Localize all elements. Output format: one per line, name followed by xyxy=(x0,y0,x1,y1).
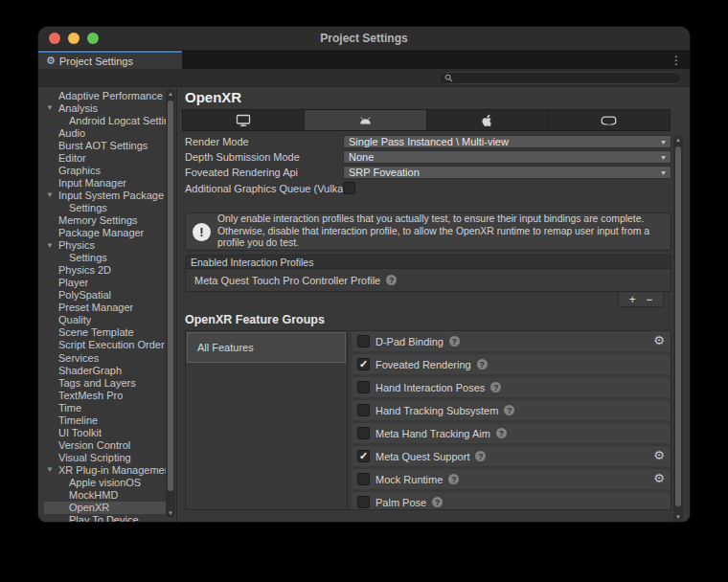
sidebar-item[interactable]: ▼ Editor xyxy=(44,151,166,164)
sidebar-item[interactable]: ▼ PolySpatial xyxy=(44,289,166,302)
sidebar-item[interactable]: ▼ Scene Template xyxy=(44,326,166,339)
setting-dropdown[interactable]: Single Pass Instanced \ Multi-view ▼ xyxy=(343,135,671,148)
sidebar-item[interactable]: ▼ Version Control xyxy=(44,438,166,451)
sidebar-item[interactable]: ▼ Services xyxy=(44,351,166,364)
sidebar-item[interactable]: ▼ OpenXR xyxy=(44,502,166,514)
feature-checkbox[interactable] xyxy=(357,427,370,439)
feature-settings-gear-icon[interactable]: ⚙ xyxy=(653,471,665,487)
sidebar-scrollbar-thumb[interactable] xyxy=(168,101,173,491)
sidebar-item[interactable]: ▼ Package Manager xyxy=(44,227,166,239)
close-button[interactable] xyxy=(49,33,60,44)
setting-checkbox[interactable] xyxy=(343,182,355,194)
profile-list-footer: + − xyxy=(185,293,671,308)
sidebar-item[interactable]: ▼ Player xyxy=(44,277,166,289)
content-area: ▼ Adaptive Performance ▼ Analysis ▼ Andr… xyxy=(38,87,690,522)
sidebar-item[interactable]: ▼ Input Manager xyxy=(44,176,166,189)
help-icon[interactable]: ? xyxy=(504,405,514,415)
help-icon[interactable]: ? xyxy=(475,451,486,461)
sidebar-item[interactable]: ▼ Analysis xyxy=(44,101,166,114)
help-icon[interactable]: ? xyxy=(477,359,488,369)
tab-android[interactable] xyxy=(305,110,425,130)
main-scrollbar-thumb[interactable] xyxy=(675,146,681,506)
disclosure-triangle-icon[interactable]: ▼ xyxy=(46,190,54,199)
sidebar-item-label: PolySpatial xyxy=(58,289,111,301)
sidebar-item[interactable]: ▼ MockHMD xyxy=(44,489,166,502)
search-field[interactable] xyxy=(439,72,682,84)
feature-checkbox[interactable] xyxy=(357,381,370,393)
sidebar-item[interactable]: ▼ Visual Scripting xyxy=(44,451,166,463)
tab-project-settings[interactable]: ⚙ Project Settings xyxy=(38,51,182,69)
scroll-up-icon[interactable]: ▲ xyxy=(166,90,175,98)
tab-desktop[interactable] xyxy=(183,110,304,130)
sidebar-item[interactable]: ▼ UI Toolkit xyxy=(44,426,166,438)
sidebar-item[interactable]: ▼ Tags and Layers xyxy=(44,376,166,389)
sidebar-item[interactable]: ▼ Play To Device xyxy=(44,514,166,522)
add-profile-button[interactable]: + xyxy=(629,294,636,305)
sidebar-item[interactable]: ▼ Settings xyxy=(44,252,166,264)
sidebar-scrollbar[interactable]: ▲ ▼ xyxy=(166,89,175,518)
sidebar-item[interactable]: ▼ XR Plug-in Management xyxy=(44,463,166,476)
sidebar-item[interactable]: ▼ Physics 2D xyxy=(44,264,166,277)
feature-checkbox[interactable] xyxy=(357,335,370,347)
sidebar-item[interactable]: ▼ Apple visionOS xyxy=(44,476,166,488)
sidebar-item[interactable]: ▼ Physics xyxy=(44,239,166,252)
setting-dropdown[interactable]: SRP Foveation ▼ xyxy=(343,166,671,179)
disclosure-triangle-icon[interactable]: ▼ xyxy=(46,241,54,250)
feature-checkbox[interactable] xyxy=(357,404,370,416)
sidebar-item-label: Memory Settings xyxy=(58,214,138,226)
feature-label: Meta Hand Tracking Aim xyxy=(375,428,490,439)
disclosure-triangle-icon[interactable]: ▼ xyxy=(46,103,54,112)
tab-label: Project Settings xyxy=(59,56,133,67)
sidebar-item[interactable]: ▼ Input System Package xyxy=(44,189,166,201)
render-settings: Render Mode Single Pass Instanced \ Mult… xyxy=(185,134,671,196)
setting-dropdown[interactable]: None ▼ xyxy=(343,150,671,164)
sidebar-item[interactable]: ▼ Time xyxy=(44,401,166,414)
tab-apple[interactable] xyxy=(427,110,548,130)
chevron-down-icon: ▼ xyxy=(660,154,667,161)
sidebar-item[interactable]: ▼ TextMesh Pro xyxy=(44,389,166,401)
search-input[interactable] xyxy=(457,73,676,83)
sidebar-item[interactable]: ▼ Burst AOT Settings xyxy=(44,139,166,151)
sidebar-item-label: Visual Scripting xyxy=(58,452,131,463)
help-icon[interactable]: ? xyxy=(432,497,443,507)
feature-checkbox[interactable] xyxy=(357,450,370,462)
sidebar-item[interactable]: ▼ Preset Manager xyxy=(44,302,166,314)
sidebar-item[interactable]: ▼ Quality xyxy=(44,314,166,326)
help-icon[interactable]: ? xyxy=(386,275,397,285)
sidebar-item[interactable]: ▼ Audio xyxy=(44,126,166,139)
sidebar-item[interactable]: ▼ Graphics xyxy=(44,164,166,176)
sidebar-item[interactable]: ▼ Android Logcat Settings xyxy=(44,114,166,126)
sidebar-item[interactable]: ▼ Timeline xyxy=(44,414,166,426)
zoom-button[interactable] xyxy=(87,33,99,44)
sidebar-item[interactable]: ▼ ShaderGraph xyxy=(44,364,166,376)
scroll-down-icon[interactable]: ▼ xyxy=(673,513,683,521)
help-icon[interactable]: ? xyxy=(496,428,507,438)
sidebar-item[interactable]: ▼ Settings xyxy=(44,201,166,213)
feature-checkbox[interactable] xyxy=(357,358,370,370)
sidebar-item[interactable]: ▼ Memory Settings xyxy=(44,213,166,226)
help-icon[interactable]: ? xyxy=(448,474,459,484)
sidebar-item[interactable]: ▼ Script Execution Order xyxy=(44,339,166,351)
main-scrollbar[interactable]: ▲ ▼ xyxy=(673,135,683,522)
interaction-profiles-header: Enabled Interaction Profiles xyxy=(186,256,671,269)
scroll-down-icon[interactable]: ▼ xyxy=(166,509,175,517)
help-icon[interactable]: ? xyxy=(490,382,501,392)
dropdown-value: None xyxy=(349,151,374,163)
kebab-menu-icon[interactable]: ⋮ xyxy=(671,51,682,69)
disclosure-triangle-icon[interactable]: ▼ xyxy=(46,465,54,474)
feature-group-item[interactable]: All Features xyxy=(187,332,346,363)
sidebar-item-label: Android Logcat Settings xyxy=(69,115,166,126)
feature-checkbox[interactable] xyxy=(357,473,370,485)
remove-profile-button[interactable]: − xyxy=(646,294,652,305)
minimize-button[interactable] xyxy=(68,33,80,44)
feature-settings-gear-icon[interactable]: ⚙ xyxy=(653,333,665,349)
tab-vr-headset[interactable] xyxy=(549,110,670,130)
help-icon[interactable]: ? xyxy=(449,336,460,347)
scroll-up-icon[interactable]: ▲ xyxy=(673,136,683,144)
sidebar-item-label: Timeline xyxy=(58,414,98,426)
sidebar-item[interactable]: ▼ Adaptive Performance xyxy=(44,89,166,101)
feature-settings-gear-icon[interactable]: ⚙ xyxy=(653,448,665,464)
feature-checkbox[interactable] xyxy=(357,496,370,508)
titlebar[interactable]: Project Settings xyxy=(38,27,690,51)
profile-row[interactable]: Meta Quest Touch Pro Controller Profile … xyxy=(186,269,671,291)
